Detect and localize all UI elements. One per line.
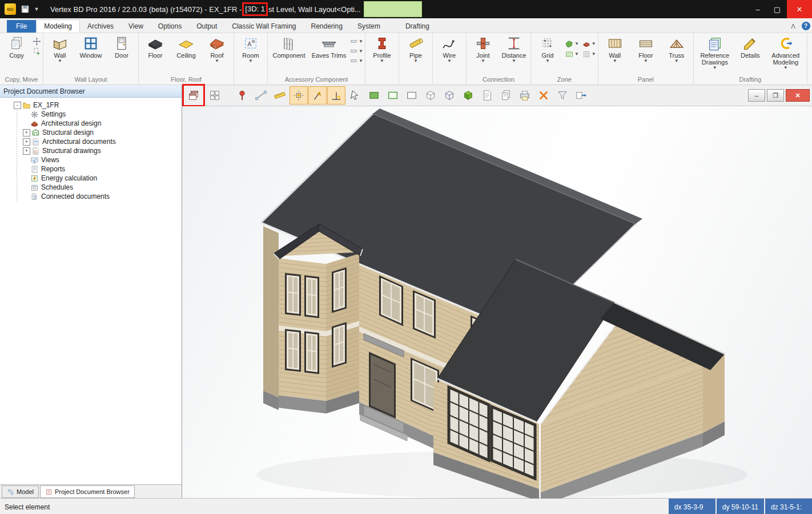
collapse-ribbon-icon[interactable]: ᐱ	[787, 23, 799, 33]
ribbon-group-label	[809, 76, 812, 85]
tree-expander-icon[interactable]: +	[23, 138, 30, 146]
toolbar-zone-rect-filled-button[interactable]	[365, 86, 383, 105]
tree-expander-icon[interactable]: +	[23, 129, 30, 136]
maximize-button[interactable]: ▢	[767, 0, 787, 18]
toolbar-delete-button[interactable]	[534, 86, 553, 105]
minimize-button[interactable]: –	[748, 0, 767, 18]
document-restore-button[interactable]: ❐	[767, 89, 784, 102]
ribbon-small-button-tiny-bar[interactable]: ▼	[349, 47, 364, 55]
ribbon-button-truss[interactable]: Truss▼	[661, 35, 692, 64]
plot-icon	[518, 89, 531, 102]
toolbar-window-tile-button[interactable]	[206, 86, 224, 105]
ribbon-button-room[interactable]: ARoom▼	[235, 35, 266, 64]
ribbon-button-component[interactable]: Component	[269, 35, 309, 59]
tree-item-structural-design[interactable]: +Structural design	[0, 128, 182, 137]
ribbon-tab-view[interactable]: View	[121, 20, 151, 33]
tree-item-energy-calculation[interactable]: Energy calculation	[0, 174, 182, 183]
tree-item-ex-1fr[interactable]: -EX_1FR	[0, 101, 182, 110]
snap-node-icon	[292, 89, 305, 102]
ribbon-button-profile[interactable]: Profile▼	[367, 35, 397, 64]
toolbar-window-cascade-button[interactable]	[182, 84, 205, 107]
ribbon-button-eaves-trims[interactable]: Eaves Trims	[309, 35, 349, 59]
toolbar-box-3d-button[interactable]	[421, 86, 440, 105]
tree-item-settings[interactable]: Settings	[0, 110, 182, 119]
ribbon-tab-options[interactable]: Options	[151, 20, 189, 33]
toolbar-zone-rect-outline-2-button[interactable]	[403, 86, 421, 105]
tree-expander-icon[interactable]: +	[23, 147, 30, 155]
tree-item-architectural-design[interactable]: Architectural design	[0, 119, 182, 128]
save-icon[interactable]	[18, 2, 32, 17]
ribbon-small-button-zone-fill[interactable]: ▼	[564, 50, 580, 59]
document-close-button[interactable]: ✕	[786, 89, 810, 102]
toolbar-zone-rect-outline-button[interactable]	[384, 86, 402, 105]
ribbon-small-button-move[interactable]	[32, 37, 42, 46]
document-minimize-button[interactable]: –	[748, 89, 765, 102]
panel-tab-model[interactable]: Model	[2, 485, 39, 498]
toolbar-snap-direction-button[interactable]	[308, 86, 327, 105]
ribbon-button-door[interactable]: Door	[106, 35, 137, 59]
ribbon-tab-bar: FileModelingArchivesViewOptionsOutputCla…	[0, 18, 812, 33]
ribbon-small-button-zone-red[interactable]: ▼	[581, 39, 597, 49]
ribbon-button-joint[interactable]: Joint▼	[468, 35, 499, 64]
tree-expander-icon[interactable]: -	[14, 102, 21, 109]
ribbon-small-button-tiny-bar[interactable]: ▼	[349, 37, 364, 46]
tree-item-connected-documents[interactable]: Connected documents	[0, 192, 182, 201]
ribbon-button-floor[interactable]: Floor▼	[630, 35, 661, 64]
ribbon-tab-archives[interactable]: Archives	[80, 20, 121, 33]
3d-house-model[interactable]	[182, 106, 812, 499]
project-document-browser-panel: Project Document Browser -EX_1FRSettings…	[0, 85, 182, 498]
toolbar-export-view-button[interactable]	[572, 86, 590, 105]
ribbon-tab-file[interactable]: File	[7, 20, 36, 33]
ribbon-button-wire[interactable]: Wire▼	[434, 35, 465, 64]
ribbon-button-distance[interactable]: Distance▼	[499, 35, 529, 64]
quick-access-dropdown-icon[interactable]: ▼	[32, 2, 41, 17]
ribbon-button-advanced-modeling[interactable]: Advanced Modeling▼	[766, 35, 806, 71]
ribbon-button-pipe[interactable]: Pipe▼	[400, 35, 431, 64]
ribbon-small-button-tiny-bar[interactable]: ▼	[349, 57, 364, 65]
ribbon-small-button-copy-plus[interactable]	[32, 47, 42, 55]
ribbon-button-roof[interactable]: Roof▼	[202, 35, 232, 64]
tree-item-structural-drawings[interactable]: +Structural drawings	[0, 146, 182, 155]
close-button[interactable]: ✕	[787, 0, 812, 18]
ribbon-button-reference-drawings[interactable]: Reference Drawings▼	[695, 35, 735, 71]
toolbar-guideline-button[interactable]	[252, 86, 270, 105]
tree-item-schedules[interactable]: Schedules	[0, 183, 182, 192]
ribbon-tab-rendering[interactable]: Rendering	[304, 20, 350, 33]
ribbon-button-tools[interactable]: Tools▼	[809, 35, 812, 64]
ribbon-button-window[interactable]: Window	[75, 35, 106, 59]
ribbon-button-grid[interactable]: Grid▼	[532, 35, 563, 64]
toolbar-pin-button[interactable]	[233, 86, 251, 105]
ribbon-group-floor-roof: FloorCeilingRoof▼Floor, Roof	[139, 33, 234, 85]
ribbon-tab-classic-wall-framing[interactable]: Classic Wall Framing	[224, 20, 303, 33]
title-suffix: st Level, Wall Layout<Opti...	[268, 5, 361, 14]
ribbon-button-details[interactable]: Details	[735, 35, 766, 59]
ribbon-tab-output[interactable]: Output	[189, 20, 224, 33]
toolbar-filter-button[interactable]	[553, 86, 572, 105]
tree-item-reports[interactable]: Reports	[0, 164, 182, 174]
toolbar-snap-perpendicular-button[interactable]	[327, 86, 345, 105]
panel-tab-project-document-browser[interactable]: Project Document Browser	[40, 485, 135, 498]
ribbon-tab-system[interactable]: System	[350, 20, 388, 33]
ribbon-button-copy[interactable]: Copy	[1, 35, 32, 59]
ribbon-small-button-zone-green[interactable]: ▼	[564, 39, 580, 49]
app-logo-icon[interactable]: BD	[5, 3, 16, 15]
toolbar-spec-document-button[interactable]	[478, 86, 496, 105]
toolbar-plot-button[interactable]	[516, 86, 534, 105]
tree-item-architectural-documents[interactable]: +Architectural documents	[0, 137, 182, 146]
ribbon-button-wall[interactable]: Wall▼	[45, 35, 75, 64]
toolbar-box-3d-2-button[interactable]	[440, 86, 459, 105]
ribbon-button-floor[interactable]: Floor	[140, 35, 171, 59]
help-icon[interactable]: ?	[799, 22, 812, 33]
ribbon-tab-drafting[interactable]: Drafting	[398, 20, 437, 33]
toolbar-box-3d-green-button[interactable]	[459, 86, 477, 105]
model-canvas[interactable]	[182, 106, 812, 498]
toolbar-measure-ruler-button[interactable]	[271, 86, 289, 105]
ribbon-button-wall[interactable]: Wall▼	[600, 35, 630, 64]
ribbon-button-ceiling[interactable]: Ceiling	[171, 35, 202, 59]
toolbar-snap-node-button[interactable]	[290, 86, 308, 105]
toolbar-copy-document-button[interactable]	[497, 86, 515, 105]
ribbon-tab-modeling[interactable]: Modeling	[36, 19, 80, 33]
ribbon-small-button-zone-grid[interactable]: ▼	[581, 50, 597, 59]
toolbar-select-cursor-button[interactable]	[346, 86, 364, 105]
tree-item-views[interactable]: Views	[0, 155, 182, 164]
